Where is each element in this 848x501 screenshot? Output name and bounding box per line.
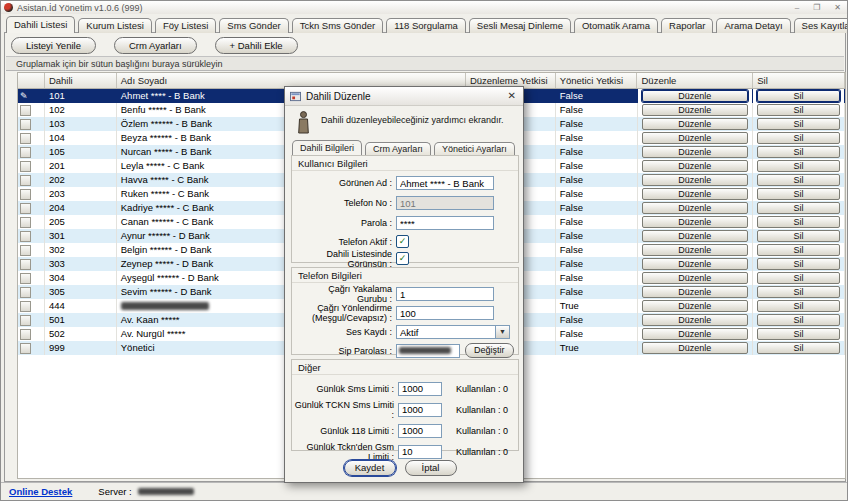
delete-row-button[interactable]: Sil [757,272,841,284]
edit-row-button[interactable]: Düzenle [642,258,748,270]
display-name-field[interactable] [396,176,494,190]
edit-row-button[interactable]: Düzenle [642,342,748,354]
row-indicator-box [20,315,31,326]
close-icon[interactable]: ✕ [834,1,841,14]
delete-row-button[interactable]: Sil [757,244,841,256]
edit-row-button[interactable]: Düzenle [642,202,748,214]
row-indicator-box [20,161,31,172]
crm-settings-button[interactable]: Crm Ayarları [114,37,197,54]
edit-row-button[interactable]: Düzenle [642,328,748,340]
edit-row-button[interactable]: Düzenle [642,314,748,326]
edit-row-button[interactable]: Düzenle [642,160,748,172]
group-by-panel[interactable]: Gruplamak için bir sütun başlığını buray… [6,56,844,71]
online-support-link[interactable]: Online Destek [9,486,72,497]
forwarding-field[interactable] [396,306,494,320]
limit-field-0[interactable] [398,382,442,396]
phone-active-checkbox[interactable]: ✓ [396,235,409,248]
column-header-dahili[interactable]: Dahili [45,73,117,88]
delete-row-button[interactable]: Sil [757,202,841,214]
tab-118-sorgulama[interactable]: 118 Sorgulama [386,18,466,33]
maximize-icon[interactable]: ❐ [813,1,820,14]
minimize-icon[interactable]: – [795,1,799,14]
limit-row: Günlük TCKN Sms Limiti :Kullanılan : 0 [292,402,514,417]
change-sip-password-button[interactable]: Değiştir [465,343,514,358]
tab-dahili-listesi[interactable]: Dahili Listesi [6,16,75,33]
edit-row-button[interactable]: Düzenle [642,104,748,116]
cell-edit: Düzenle [638,89,754,103]
delete-row-button[interactable]: Sil [757,174,841,186]
tab-otomatik-arama[interactable]: Otomatik Arama [574,18,658,33]
delete-row-button[interactable]: Sil [757,146,841,158]
delete-row-button[interactable]: Sil [757,314,841,326]
delete-row-button[interactable]: Sil [757,286,841,298]
edit-row-button[interactable]: Düzenle [642,244,748,256]
dialog-titlebar: Dahili Düzenle ✕ [285,87,523,106]
limit-field-3[interactable] [398,445,442,459]
limit-field-2[interactable] [398,424,442,438]
tab-arama-detay[interactable]: Arama Detayı [716,18,790,33]
chevron-down-icon[interactable]: ▼ [495,325,510,339]
tab-kurum-listesi[interactable]: Kurum Listesi [78,18,152,33]
cancel-button[interactable]: İptal [405,460,457,476]
password-label: Parola : [296,218,396,228]
tab-sesli-mesaj-dinleme[interactable]: Sesli Mesaj Dinleme [469,18,571,33]
cell-dahili: 204 [45,201,117,215]
delete-row-button[interactable]: Sil [757,230,841,242]
dialog-close-icon[interactable]: ✕ [506,88,518,104]
cell-dahili: 202 [45,173,117,187]
dialog-tab-crm-ayarlar[interactable]: Crm Ayarları [365,142,431,156]
delete-row-button[interactable]: Sil [757,118,841,130]
delete-row-button[interactable]: Sil [757,160,841,172]
limit-used-2: Kullanılan : 0 [456,426,508,436]
limit-field-1[interactable] [398,403,442,417]
column-header-y-netici-yetkisi[interactable]: Yönetici Yetkisi [556,73,638,88]
row-indicator-box [20,287,31,298]
refresh-list-button[interactable]: Listeyi Yenile [11,37,96,54]
voice-record-select[interactable]: Aktif ▼ [396,325,510,339]
edit-row-button[interactable]: Düzenle [642,300,748,312]
dialog-tab-dahili-bilgileri[interactable]: Dahili Bilgileri [292,140,362,156]
delete-row-button[interactable]: Sil [757,132,841,144]
column-header-d-zenle[interactable]: Düzenle [637,73,753,88]
delete-row-button[interactable]: Sil [757,216,841,228]
tab-sms-g-nder[interactable]: Sms Gönder [219,18,288,33]
edit-row-button[interactable]: Düzenle [642,272,748,284]
edit-row-button[interactable]: Düzenle [642,132,748,144]
cell-edit: Düzenle [638,131,754,145]
cell-dahili: 501 [45,313,117,327]
tab-raporlar[interactable]: Raporlar [661,18,713,33]
edit-row-button[interactable]: Düzenle [642,146,748,158]
delete-row-button[interactable]: Sil [757,328,841,340]
cell-edit: Düzenle [638,215,754,229]
sip-password-field[interactable] [396,344,460,358]
edit-row-button[interactable]: Düzenle [642,188,748,200]
tab-tckn-sms-g-nder[interactable]: Tckn Sms Gönder [292,18,384,33]
cell-delete: Sil [753,327,845,341]
column-header-sil[interactable]: Sil [753,73,845,88]
edit-row-button[interactable]: Düzenle [642,286,748,298]
delete-row-button[interactable]: Sil [757,258,841,270]
edit-row-button[interactable]: Düzenle [642,90,748,102]
pickup-group-field[interactable] [396,287,494,301]
save-button[interactable]: Kaydet [344,460,396,476]
cell-delete: Sil [753,187,845,201]
show-in-list-checkbox[interactable]: ✓ [396,252,409,265]
edit-row-button[interactable]: Düzenle [642,216,748,228]
edit-row-button[interactable]: Düzenle [642,174,748,186]
edit-row-button[interactable]: Düzenle [642,118,748,130]
tab-ses-kay-tlar[interactable]: Ses Kayıtları [794,18,848,33]
delete-row-button[interactable]: Sil [757,104,841,116]
edit-row-button[interactable]: Düzenle [642,230,748,242]
delete-row-button[interactable]: Sil [757,188,841,200]
phone-no-label: Telefon No : [296,198,396,208]
cell-dahili: 305 [45,285,117,299]
delete-row-button[interactable]: Sil [757,342,841,354]
delete-row-button[interactable]: Sil [757,90,841,102]
dialog-tab-y-netici-ayarlar[interactable]: Yönetici Ayarları [434,142,515,156]
tab-f-y-listesi[interactable]: Föy Listesi [155,18,216,33]
delete-row-button[interactable]: Sil [757,300,841,312]
cell-dahili: 201 [45,159,117,173]
cell-admin-permission: False [556,285,638,299]
add-extension-button[interactable]: + Dahili Ekle [215,37,298,54]
password-field[interactable] [396,216,494,230]
